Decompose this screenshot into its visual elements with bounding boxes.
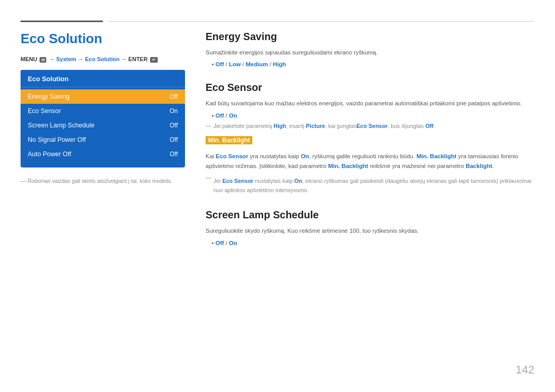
menu-item-auto-power[interactable]: Auto Power Off Off xyxy=(21,147,185,161)
top-border-line xyxy=(108,21,534,22)
eco-sensor-off: Off xyxy=(215,113,224,119)
energy-saving-medium: Medium xyxy=(246,61,268,67)
eco-sensor-note-line: — Jei pakelsite parametrą High, esantį P… xyxy=(206,122,534,130)
screen-lamp-title: Screen Lamp Schedule xyxy=(206,209,534,221)
menu-item-eco-sensor[interactable]: Eco Sensor On xyxy=(21,104,185,118)
menu-box-title: Eco Solution xyxy=(21,70,185,87)
enter-icon: ↵ xyxy=(150,57,158,63)
menu-item-label: Screen Lamp Schedule xyxy=(28,122,95,129)
menu-item-value: Off xyxy=(170,136,178,143)
top-border-accent xyxy=(21,21,103,22)
right-panel: Energy Saving Sumažinkite energijos sąna… xyxy=(206,31,534,260)
menu-item-label: Energy Saving xyxy=(28,93,69,100)
eco-sensor-warning-line: — Jei Eco Sensor nustatytas kaip On, ekr… xyxy=(206,174,534,195)
eco-sensor-note: Jei pakelsite parametrą High, esantį Pic… xyxy=(214,122,435,130)
energy-saving-high: High xyxy=(273,61,286,67)
menu-icon: III xyxy=(40,57,46,63)
page-title: Eco Solution xyxy=(21,31,185,47)
eco-sensor-desc: Kad būtų suvartojama kuo mažiau elektros… xyxy=(206,99,534,108)
menu-item-energy-saving[interactable]: Energy Saving Off xyxy=(21,89,185,104)
menu-item-label: Auto Power Off xyxy=(28,151,71,158)
menu-item-no-signal[interactable]: No Signal Power Off Off xyxy=(21,133,185,147)
menu-item-value: Off xyxy=(170,93,178,100)
menu-label: MENU xyxy=(21,56,37,62)
eco-sensor-title: Eco Sensor xyxy=(206,82,534,94)
section-eco-sensor: Eco Sensor Kad būtų suvartojama kuo maži… xyxy=(206,82,534,195)
screen-lamp-desc: Sureguliuokite skydo ryškumą. Kuo reikšm… xyxy=(206,226,534,235)
menu-item-value: Off xyxy=(170,122,178,129)
menu-item-screen-lamp[interactable]: Screen Lamp Schedule Off xyxy=(21,118,185,133)
note-dash: — xyxy=(206,122,212,128)
menu-item-label: No Signal Power Off xyxy=(28,136,86,143)
screen-lamp-on: On xyxy=(229,240,237,246)
section-screen-lamp: Screen Lamp Schedule Sureguliuokite skyd… xyxy=(206,209,534,246)
menu-item-label: Eco Sensor xyxy=(28,107,61,115)
menu-item-value: On xyxy=(170,107,178,115)
screen-lamp-off: Off xyxy=(215,240,224,246)
menu-system: System xyxy=(56,56,76,62)
menu-footnote: Rodomas vaizdas gali skirtis atsižvelgia… xyxy=(21,178,185,184)
menu-path: MENU III → System → Eco Solution → ENTER… xyxy=(21,56,185,63)
top-border xyxy=(21,21,534,22)
menu-box: Eco Solution Energy Saving Off Eco Senso… xyxy=(21,70,185,167)
menu-item-value: Off xyxy=(170,151,178,158)
energy-saving-options: Off / Low / Medium / High xyxy=(212,61,534,67)
energy-saving-title: Energy Saving xyxy=(206,31,534,43)
energy-saving-off: Off xyxy=(215,61,224,67)
menu-eco-solution: Eco Solution xyxy=(85,56,120,62)
eco-sensor-options: Off / On xyxy=(212,113,534,119)
note-dash-2: — xyxy=(206,174,212,180)
screen-lamp-options: Off / On xyxy=(212,240,534,246)
section-energy-saving: Energy Saving Sumažinkite energijos sąna… xyxy=(206,31,534,67)
eco-sensor-on: On xyxy=(229,113,237,119)
left-panel: Eco Solution MENU III → System → Eco Sol… xyxy=(21,31,185,184)
eco-sensor-paragraph: Kai Eco Sensor yra nustatytas kaip On, r… xyxy=(206,152,534,171)
energy-saving-desc: Sumažinkite energijos sąnaudas sureguliu… xyxy=(206,48,534,57)
page-number: 142 xyxy=(515,363,534,377)
eco-sensor-warning: Jei Eco Sensor nustatytas kaip On, ekran… xyxy=(214,177,535,195)
min-backlight-highlight: Min. Backlight xyxy=(206,136,252,144)
energy-saving-low: Low xyxy=(229,61,240,67)
